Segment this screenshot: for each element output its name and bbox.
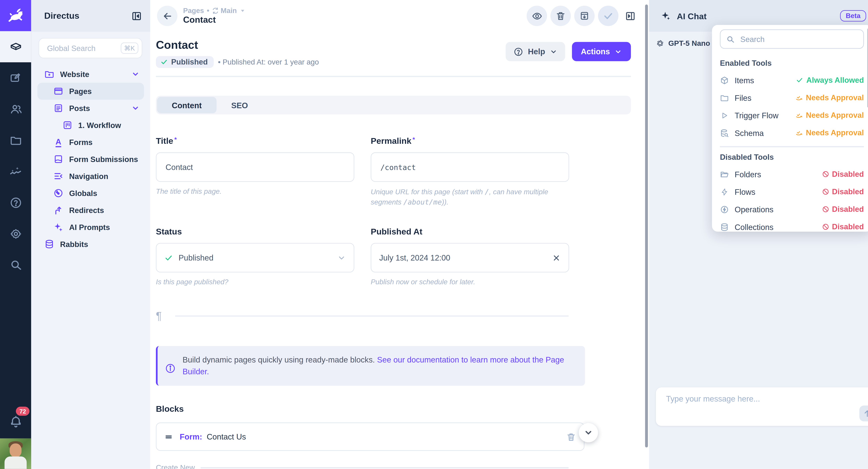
tool-row-files[interactable]: Files Needs Approval (720, 89, 864, 106)
drag-handle-icon[interactable] (164, 432, 173, 441)
chevron-down-icon[interactable] (132, 70, 140, 78)
folder-open-icon (720, 170, 729, 179)
module-users[interactable] (0, 94, 31, 125)
disabled-icon (822, 205, 829, 213)
approval-hand-icon (795, 94, 803, 102)
global-search-input[interactable] (46, 43, 121, 53)
archive-button[interactable] (574, 6, 595, 26)
sidebar-item-forms[interactable]: A Forms (37, 134, 144, 151)
toggle-right-panel-button[interactable] (622, 6, 639, 26)
tool-row-collections[interactable]: Collections Disabled (720, 218, 864, 232)
sidebar-item-label: Forms (69, 138, 93, 146)
pilcrow-icon: ¶ (156, 310, 175, 322)
module-insights[interactable] (0, 156, 31, 187)
model-selector[interactable]: GPT-5 Nano (669, 39, 710, 47)
module-help[interactable] (0, 187, 31, 218)
block-row-form[interactable]: Form: Contact Us (156, 423, 585, 451)
breadcrumb[interactable]: Pages • Main (183, 7, 245, 15)
dropdown-scrollbar[interactable] (867, 28, 868, 107)
scroll-to-bottom-button[interactable] (579, 423, 598, 442)
module-search[interactable] (0, 249, 31, 280)
help-button[interactable]: Help (506, 42, 565, 61)
tab-seo[interactable]: SEO (216, 97, 262, 113)
tool-status[interactable]: Needs Approval (795, 129, 864, 137)
permalink-input-box[interactable] (371, 152, 569, 182)
back-button[interactable] (157, 6, 178, 26)
tool-row-schema[interactable]: Schema Needs Approval (720, 124, 864, 141)
field-note: Unique URL for this page (start with /, … (371, 187, 569, 207)
clear-icon[interactable] (552, 254, 561, 262)
sidebar-item-website[interactable]: Website (37, 66, 144, 83)
tools-search[interactable] (720, 30, 864, 49)
title-input-box[interactable] (156, 152, 354, 182)
ai-sparkle-icon (661, 11, 671, 21)
global-search[interactable]: ⌘K (38, 38, 142, 59)
main-scrollbar[interactable] (645, 4, 648, 447)
tool-row-items[interactable]: Items Always Allowed (720, 71, 864, 89)
save-button[interactable] (598, 6, 619, 26)
send-button[interactable] (859, 405, 868, 421)
collapse-sidebar-icon[interactable] (131, 10, 142, 22)
tool-status[interactable]: Disabled (822, 223, 864, 231)
delete-button[interactable] (551, 6, 571, 26)
permalink-input[interactable] (379, 162, 561, 172)
avatar-art (10, 443, 22, 457)
tool-row-folders[interactable]: Folders Disabled (720, 165, 864, 183)
breadcrumb-version[interactable]: Main (221, 7, 237, 15)
caret-down-icon[interactable] (240, 8, 245, 14)
breadcrumb-collection[interactable]: Pages (183, 7, 204, 15)
search-shortcut: ⌘K (121, 42, 138, 54)
chat-input[interactable] (665, 393, 854, 420)
check-icon (160, 58, 168, 66)
tab-content[interactable]: Content (157, 97, 216, 113)
notice-text: Build dynamic pages quickly using ready-… (182, 354, 576, 378)
chevron-down-icon[interactable] (132, 104, 140, 112)
directus-logo[interactable] (0, 0, 31, 31)
tool-status[interactable]: Disabled (822, 188, 864, 196)
notifications-button[interactable]: 72 (0, 405, 31, 438)
sidebar-item-ai-prompts[interactable]: AI Prompts (37, 219, 144, 236)
sidebar-item-posts[interactable]: Posts (37, 100, 144, 117)
user-avatar[interactable] (0, 438, 31, 469)
published-at-input[interactable]: July 1st, 2024 12:00 (371, 243, 569, 272)
status-select[interactable]: Published (156, 243, 354, 272)
module-editor[interactable] (0, 62, 31, 94)
page-header-title: Contact (183, 15, 245, 25)
tool-row-trigger-flow[interactable]: Trigger Flow Needs Approval (720, 106, 864, 124)
sidebar-item-form-submissions[interactable]: Form Submissions (37, 151, 144, 168)
users-icon (9, 103, 22, 115)
info-icon (165, 359, 176, 378)
module-settings[interactable] (0, 218, 31, 249)
tool-status[interactable]: Always Allowed (796, 76, 864, 85)
sparkles-icon (53, 222, 64, 232)
tool-row-flows[interactable]: Flows Disabled (720, 183, 864, 201)
sidebar-item-pages[interactable]: Pages (37, 83, 144, 100)
actions-button[interactable]: Actions (572, 42, 631, 61)
sidebar-item-navigation[interactable]: Navigation (37, 168, 144, 185)
chat-composer[interactable] (656, 387, 868, 426)
tool-status[interactable]: Disabled (822, 205, 864, 213)
redirect-arrow-icon (53, 205, 64, 215)
module-files[interactable] (0, 125, 31, 156)
title-input[interactable] (164, 162, 346, 172)
trash-icon[interactable] (566, 432, 576, 442)
block-type: Form: (180, 432, 202, 441)
module-content[interactable] (0, 31, 31, 62)
sidebar-item-globals[interactable]: Globals (37, 185, 144, 202)
sidebar-item-workflow[interactable]: 1. Workflow (37, 117, 144, 134)
tool-status[interactable]: Disabled (822, 170, 864, 178)
tools-search-input[interactable] (739, 34, 858, 44)
help-circle-icon (9, 196, 22, 209)
tool-row-operations[interactable]: Operations Disabled (720, 201, 864, 218)
preview-button[interactable] (527, 6, 547, 26)
document-icon (53, 103, 64, 113)
sidebar-item-redirects[interactable]: Redirects (37, 202, 144, 219)
beta-badge: Beta (840, 10, 866, 22)
field-label: Status (156, 227, 354, 236)
sidebar-header: Directus (31, 0, 150, 32)
tool-status[interactable]: Needs Approval (795, 94, 864, 102)
tabs: Content SEO (156, 96, 631, 114)
tool-status[interactable]: Needs Approval (795, 111, 864, 120)
sidebar-item-rabbits[interactable]: Rabbits (37, 236, 144, 253)
folder-icon (9, 134, 22, 146)
